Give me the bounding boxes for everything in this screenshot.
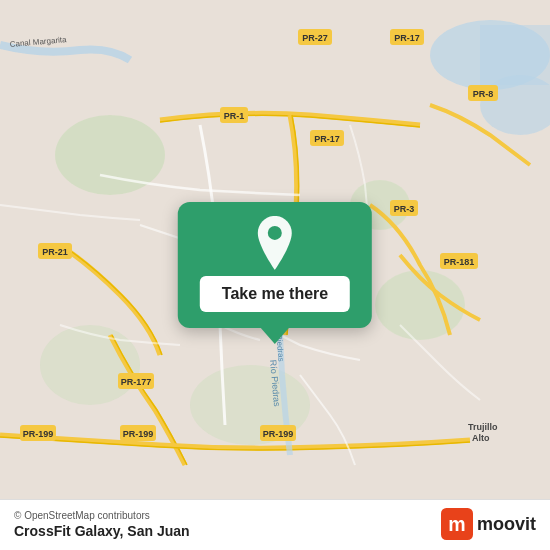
svg-rect-3 (480, 25, 550, 85)
svg-text:PR-181: PR-181 (444, 257, 475, 267)
svg-text:PR-199: PR-199 (23, 429, 54, 439)
popup-card: Take me there (178, 202, 372, 328)
svg-text:PR-199: PR-199 (263, 429, 294, 439)
moovit-brand-text: moovit (477, 514, 536, 535)
location-pin-icon (252, 220, 298, 266)
svg-text:PR-17: PR-17 (394, 33, 420, 43)
moovit-logo: m moovit (441, 508, 536, 540)
copyright-text: © OpenStreetMap contributors (14, 510, 190, 521)
svg-text:PR-8: PR-8 (473, 89, 494, 99)
svg-text:PR-3: PR-3 (394, 204, 415, 214)
svg-text:PR-27: PR-27 (302, 33, 328, 43)
svg-text:m: m (448, 513, 465, 535)
svg-text:PR-17: PR-17 (314, 134, 340, 144)
svg-text:Alto: Alto (472, 433, 490, 443)
moovit-icon: m (441, 508, 473, 540)
svg-text:PR-177: PR-177 (121, 377, 152, 387)
bottom-left-info: © OpenStreetMap contributors CrossFit Ga… (14, 510, 190, 539)
location-title: CrossFit Galaxy, San Juan (14, 523, 190, 539)
svg-text:PR-21: PR-21 (42, 247, 68, 257)
map-container: PR-27 PR-17 PR-8 PR-1 PR-17 PR-3 PR-21 P… (0, 0, 550, 550)
svg-text:PR-1: PR-1 (224, 111, 245, 121)
svg-point-38 (268, 226, 282, 240)
bottom-bar: © OpenStreetMap contributors CrossFit Ga… (0, 499, 550, 550)
take-me-there-button[interactable]: Take me there (200, 276, 350, 312)
svg-text:Trujillo: Trujillo (468, 422, 498, 432)
svg-text:PR-199: PR-199 (123, 429, 154, 439)
